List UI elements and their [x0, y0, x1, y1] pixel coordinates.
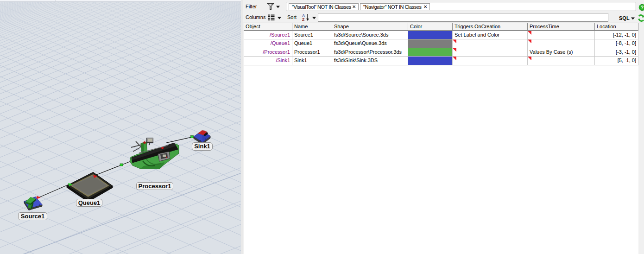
- svg-text:Z: Z: [302, 17, 304, 21]
- svg-text:?: ?: [641, 5, 644, 10]
